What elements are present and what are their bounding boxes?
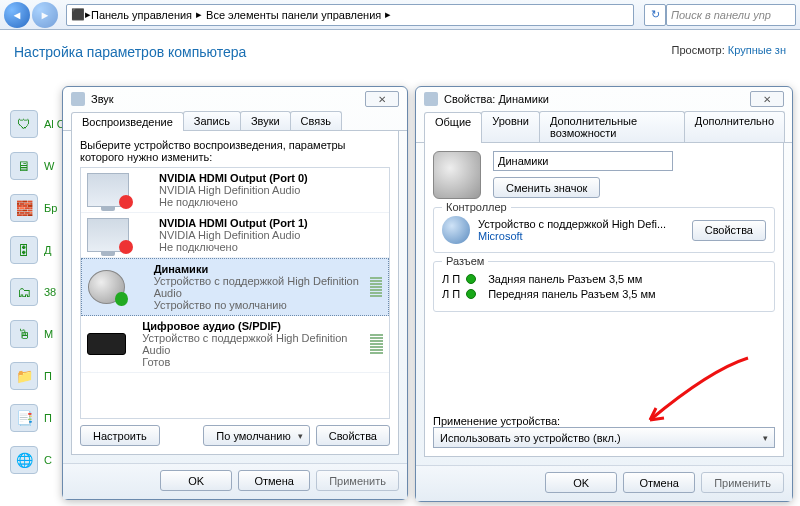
channel-label: Л П bbox=[442, 273, 460, 285]
device-name: NVIDIA HDMI Output (Port 0) bbox=[159, 172, 308, 184]
jack-label: Задняя панель Разъем 3,5 мм bbox=[488, 273, 642, 285]
app-icon: 🖱 bbox=[10, 320, 38, 348]
device-driver: Устройство с поддержкой High Definition … bbox=[142, 332, 362, 356]
device-status: Не подключено bbox=[159, 196, 308, 208]
properties-button[interactable]: Свойства bbox=[316, 425, 390, 446]
tab-1[interactable]: Уровни bbox=[481, 111, 540, 142]
breadcrumb-icon: ⬛▸ bbox=[71, 8, 91, 21]
controller-properties-button[interactable]: Свойства bbox=[692, 220, 766, 241]
device-icon bbox=[433, 151, 481, 199]
device-meta: NVIDIA HDMI Output (Port 0) NVIDIA High … bbox=[159, 172, 308, 208]
view-label: Просмотр: bbox=[672, 44, 725, 56]
app-icon: 🎛 bbox=[10, 236, 38, 264]
device-driver: Устройство с поддержкой High Definition … bbox=[154, 275, 362, 299]
cancel-button[interactable]: Отмена bbox=[238, 470, 310, 491]
tab-0[interactable]: Общие bbox=[424, 112, 482, 143]
usage-value: Использовать это устройство (вкл.) bbox=[440, 432, 621, 444]
item-label: W bbox=[44, 160, 54, 172]
device-meta: NVIDIA HDMI Output (Port 1) NVIDIA High … bbox=[159, 217, 308, 253]
speaker-icon bbox=[424, 92, 438, 106]
app-icon: 🗂 bbox=[10, 278, 38, 306]
tab-звуки[interactable]: Звуки bbox=[240, 111, 291, 130]
cancel-button[interactable]: Отмена bbox=[623, 472, 695, 493]
apply-button[interactable]: Применить bbox=[701, 472, 784, 493]
device-driver: NVIDIA High Definition Audio bbox=[159, 184, 308, 196]
item-label: С bbox=[44, 454, 52, 466]
tab-запись[interactable]: Запись bbox=[183, 111, 241, 130]
set-default-button[interactable]: По умолчанию bbox=[203, 425, 309, 446]
device-name: Динамики bbox=[154, 263, 362, 275]
configure-button[interactable]: Настроить bbox=[80, 425, 160, 446]
dialog-title: Свойства: Динамики bbox=[444, 93, 549, 105]
search-placeholder: Поиск в панели упр bbox=[671, 9, 771, 21]
search-input[interactable]: Поиск в панели упр bbox=[666, 4, 796, 26]
tab-3[interactable]: Дополнительно bbox=[684, 111, 785, 142]
item-label: М bbox=[44, 328, 53, 340]
device-name: Цифровое аудио (S/PDIF) bbox=[142, 320, 362, 332]
breadcrumb-item[interactable]: Все элементы панели управления bbox=[206, 9, 381, 21]
device-status: Не подключено bbox=[159, 241, 308, 253]
tab-связь[interactable]: Связь bbox=[290, 111, 342, 130]
channel-label: Л П bbox=[442, 288, 460, 300]
controller-icon bbox=[442, 216, 470, 244]
view-selector: Просмотр: Крупные зн bbox=[672, 44, 787, 60]
close-button[interactable]: ✕ bbox=[365, 91, 399, 107]
device-list[interactable]: NVIDIA HDMI Output (Port 0) NVIDIA High … bbox=[80, 167, 390, 419]
device-name-input[interactable] bbox=[493, 151, 673, 171]
item-label: П bbox=[44, 370, 52, 382]
device-usage-select[interactable]: Использовать это устройство (вкл.) bbox=[433, 427, 775, 448]
controller-group: Контроллер Устройство с поддержкой High … bbox=[433, 207, 775, 253]
item-label: Бр bbox=[44, 202, 57, 214]
device-row[interactable]: Цифровое аудио (S/PDIF) Устройство с под… bbox=[81, 316, 389, 373]
sound-dialog: Звук ✕ ВоспроизведениеЗаписьЗвукиСвязь В… bbox=[62, 86, 408, 500]
device-driver: NVIDIA High Definition Audio bbox=[159, 229, 308, 241]
ok-button[interactable]: OK bbox=[545, 472, 617, 493]
jack-label: Передняя панель Разъем 3,5 мм bbox=[488, 288, 655, 300]
jack-color-indicator bbox=[466, 274, 476, 284]
refresh-button[interactable]: ↻ bbox=[644, 4, 666, 26]
breadcrumb[interactable]: ⬛▸ Панель управления ▸ Все элементы пане… bbox=[66, 4, 634, 26]
usage-label: Применение устройства: bbox=[433, 415, 775, 427]
sound-tabs: ВоспроизведениеЗаписьЗвукиСвязь bbox=[63, 111, 407, 131]
properties-tabs: ОбщиеУровниДополнительные возможностиДоп… bbox=[416, 111, 792, 143]
item-label: П bbox=[44, 412, 52, 424]
breadcrumb-item[interactable]: Панель управления bbox=[91, 9, 192, 21]
forward-button[interactable]: ► bbox=[32, 2, 58, 28]
device-meta: Цифровое аудио (S/PDIF) Устройство с под… bbox=[142, 320, 362, 368]
jack-color-indicator bbox=[466, 289, 476, 299]
app-icon: 🖥 bbox=[10, 152, 38, 180]
back-button[interactable]: ◄ bbox=[4, 2, 30, 28]
sound-icon bbox=[71, 92, 85, 106]
app-icon: 🌐 bbox=[10, 446, 38, 474]
device-icon bbox=[87, 333, 126, 355]
item-label: Д bbox=[44, 244, 51, 256]
page-title: Настройка параметров компьютера bbox=[14, 44, 246, 60]
chevron-right-icon: ▸ bbox=[385, 8, 391, 21]
tab-2[interactable]: Дополнительные возможности bbox=[539, 111, 685, 142]
device-status: Устройство по умолчанию bbox=[154, 299, 362, 311]
close-button[interactable]: ✕ bbox=[750, 91, 784, 107]
device-status: Готов bbox=[142, 356, 362, 368]
device-row[interactable]: Динамики Устройство с поддержкой High De… bbox=[81, 258, 389, 316]
jacks-group: Разъем Л П Задняя панель Разъем 3,5 мм Л… bbox=[433, 261, 775, 312]
group-legend: Разъем bbox=[442, 255, 488, 267]
app-icon: 🛡 bbox=[10, 110, 38, 138]
speaker-properties-dialog: Свойства: Динамики ✕ ОбщиеУровниДополнит… bbox=[415, 86, 793, 502]
change-icon-button[interactable]: Сменить значок bbox=[493, 177, 600, 198]
chevron-right-icon: ▸ bbox=[196, 8, 202, 21]
vendor-link[interactable]: Microsoft bbox=[478, 230, 684, 242]
dialog-title: Звук bbox=[91, 93, 114, 105]
tab-воспроизведение[interactable]: Воспроизведение bbox=[71, 112, 184, 131]
device-row[interactable]: NVIDIA HDMI Output (Port 1) NVIDIA High … bbox=[81, 213, 389, 258]
apply-button[interactable]: Применить bbox=[316, 470, 399, 491]
view-value[interactable]: Крупные зн bbox=[728, 44, 786, 56]
device-row[interactable]: NVIDIA HDMI Output (Port 0) NVIDIA High … bbox=[81, 168, 389, 213]
controller-name: Устройство с поддержкой High Defi... bbox=[478, 218, 684, 230]
instruction-text: Выберите устройство воспроизведения, пар… bbox=[80, 139, 390, 163]
explorer-toolbar: ◄ ► ⬛▸ Панель управления ▸ Все элементы … bbox=[0, 0, 800, 30]
app-icon: 📑 bbox=[10, 404, 38, 432]
device-name: NVIDIA HDMI Output (Port 1) bbox=[159, 217, 308, 229]
group-legend: Контроллер bbox=[442, 201, 511, 213]
ok-button[interactable]: OK bbox=[160, 470, 232, 491]
item-label: 38 bbox=[44, 286, 56, 298]
